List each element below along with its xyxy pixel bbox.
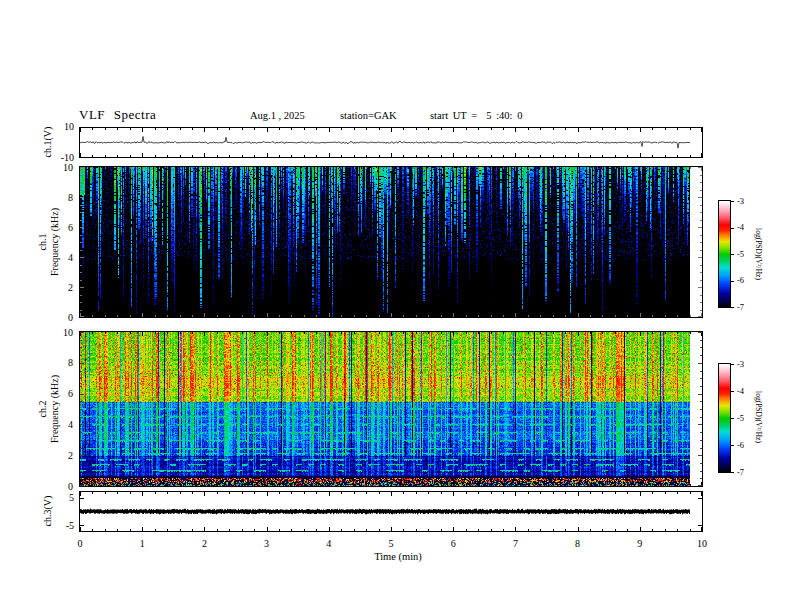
x-tick-label: 3 [255, 538, 279, 549]
colorbar-tick-label: -5 [737, 414, 755, 423]
colorbar-tick-label: -7 [737, 303, 755, 312]
x-tick-label: 1 [130, 538, 154, 549]
x-tick-label: 7 [503, 538, 527, 549]
colorbar-tick-mark [730, 201, 734, 202]
colorbar-ch2-gradient [719, 364, 730, 472]
colorbar-tick-mark [730, 391, 734, 392]
ch1-spec-ytick-label: 8 [49, 192, 73, 203]
ch1-spec-channel-label: ch.1 [37, 182, 49, 302]
x-tick-label: 6 [441, 538, 465, 549]
colorbar-tick-mark [730, 307, 734, 308]
figure-start-ut: start UT = 5 :40: 0 [430, 110, 522, 121]
colorbar-tick-mark [730, 254, 734, 255]
x-tick-label: 2 [192, 538, 216, 549]
ch2-spec-ytick-label: 0 [49, 481, 73, 492]
ch1-voltage-panel [79, 127, 703, 158]
colorbar-tick-label: -4 [737, 387, 755, 396]
ch1-spectrogram [80, 167, 702, 317]
ch3-voltage-axis-label: ch.3(V) [42, 451, 54, 571]
ch1-spec-ytick-label: 0 [49, 312, 73, 323]
colorbar-tick-label: -6 [737, 276, 755, 285]
ch2-spec-ytick-label: 10 [49, 327, 73, 338]
x-tick-label: 4 [317, 538, 341, 549]
ch2-spectrogram [80, 332, 702, 486]
ch2-spec-ytick-label: 6 [49, 388, 73, 399]
ch2-spec-ytick-label: 8 [49, 357, 73, 368]
colorbar-tick-label: -3 [737, 197, 755, 206]
x-tick-label: 10 [690, 538, 714, 549]
figure-date: Aug.1 , 2025 [250, 110, 305, 121]
x-tick-label: 0 [68, 538, 92, 549]
ch1-spectrogram-panel [79, 166, 703, 318]
ch1-spec-ytick-label: 10 [49, 162, 73, 173]
ch3-voltage-panel [79, 491, 703, 532]
vlf-spectra-figure: VLF Spectra Aug.1 , 2025 station=GAK sta… [0, 0, 792, 612]
colorbar-tick-mark [730, 228, 734, 229]
colorbar-tick-mark [730, 445, 734, 446]
colorbar-tick-mark [730, 281, 734, 282]
colorbar-tick-label: -7 [737, 468, 755, 477]
x-tick-label: 8 [566, 538, 590, 549]
colorbar-tick-label: -5 [737, 250, 755, 259]
x-axis-label: Time (min) [348, 551, 448, 562]
colorbar-tick-mark [730, 364, 734, 365]
ch2-spectrogram-panel [79, 331, 703, 487]
colorbar-tick-label: -3 [737, 360, 755, 369]
ch2-spec-ytick-label: 4 [49, 419, 73, 430]
figure-station: station=GAK [340, 110, 397, 121]
colorbar-tick-label: -4 [737, 223, 755, 232]
ch1-spec-ytick-label: 6 [49, 222, 73, 233]
ch1-spec-ytick-label: 2 [49, 282, 73, 293]
colorbar-ch1-gradient [719, 201, 730, 307]
ch1-spec-ytick-label: 4 [49, 252, 73, 263]
colorbar-tick-label: -6 [737, 441, 755, 450]
ch1-voltage-waveform [80, 128, 702, 157]
ch2-spec-ytick-label: 2 [49, 450, 73, 461]
ch3-voltage-waveform [80, 492, 702, 531]
colorbar-tick-mark [730, 418, 734, 419]
x-tick-label: 9 [628, 538, 652, 549]
x-tick-label: 5 [379, 538, 403, 549]
figure-title: VLF Spectra [79, 107, 156, 123]
colorbar-tick-mark [730, 472, 734, 473]
